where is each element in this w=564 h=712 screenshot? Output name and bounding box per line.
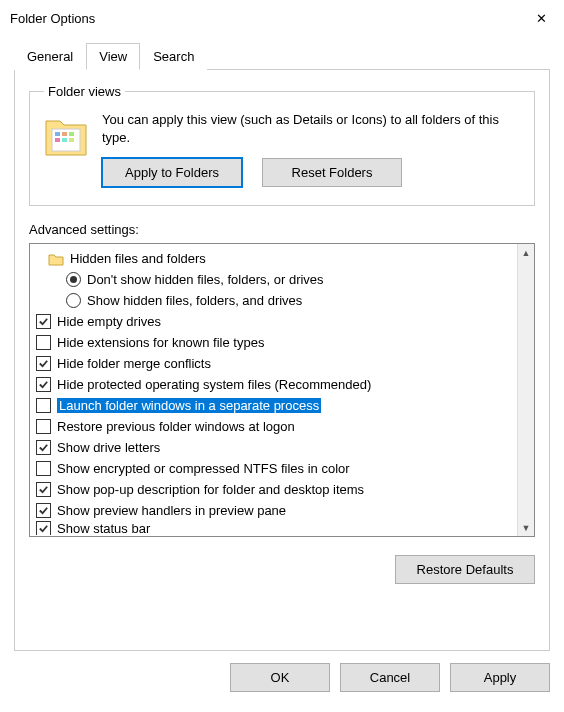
svg-rect-3 bbox=[69, 132, 74, 136]
tab-strip: General View Search bbox=[14, 43, 554, 70]
svg-rect-2 bbox=[62, 132, 67, 136]
checkbox-icon bbox=[36, 440, 51, 455]
apply-button[interactable]: Apply bbox=[450, 663, 550, 692]
folder-views-text: You can apply this view (such as Details… bbox=[102, 111, 520, 146]
advanced-settings-label: Advanced settings: bbox=[29, 222, 535, 237]
list-item[interactable]: Hide empty drives bbox=[30, 311, 517, 332]
folder-views-group: Folder views You can apply this view (su… bbox=[29, 84, 535, 206]
list-item[interactable]: Show drive letters bbox=[30, 437, 517, 458]
list-item[interactable]: Hide folder merge conflicts bbox=[30, 353, 517, 374]
checkbox-icon bbox=[36, 521, 51, 535]
list-item[interactable]: Don't show hidden files, folders, or dri… bbox=[30, 269, 517, 290]
tab-panel: Folder views You can apply this view (su… bbox=[14, 69, 550, 651]
list-item[interactable]: Show status bar bbox=[30, 521, 517, 535]
scroll-up-icon[interactable]: ▲ bbox=[518, 244, 535, 261]
list-item[interactable]: Hide extensions for known file types bbox=[30, 332, 517, 353]
checkbox-icon bbox=[36, 335, 51, 350]
svg-rect-4 bbox=[55, 138, 60, 142]
restore-defaults-button[interactable]: Restore Defaults bbox=[395, 555, 535, 584]
svg-rect-6 bbox=[69, 138, 74, 142]
radio-icon bbox=[66, 293, 81, 308]
list-item-label: Show drive letters bbox=[57, 440, 160, 455]
list-item[interactable]: Show hidden files, folders, and drives bbox=[30, 290, 517, 311]
dialog-buttons: OK Cancel Apply bbox=[0, 651, 564, 692]
close-icon: ✕ bbox=[536, 11, 547, 26]
tab-general[interactable]: General bbox=[14, 43, 86, 70]
folder-views-legend: Folder views bbox=[44, 84, 125, 99]
list-item-label: Hide protected operating system files (R… bbox=[57, 377, 371, 392]
advanced-settings-list: Hidden files and foldersDon't show hidde… bbox=[29, 243, 535, 537]
list-item[interactable]: Hide protected operating system files (R… bbox=[30, 374, 517, 395]
list-item[interactable]: Show preview handlers in preview pane bbox=[30, 500, 517, 521]
scroll-down-icon[interactable]: ▼ bbox=[518, 519, 535, 536]
checkbox-icon bbox=[36, 398, 51, 413]
ok-button[interactable]: OK bbox=[230, 663, 330, 692]
checkbox-icon bbox=[36, 419, 51, 434]
list-item[interactable]: Launch folder windows in a separate proc… bbox=[30, 395, 517, 416]
svg-rect-5 bbox=[62, 138, 67, 142]
cancel-button[interactable]: Cancel bbox=[340, 663, 440, 692]
checkbox-icon bbox=[36, 461, 51, 476]
list-item-label: Show hidden files, folders, and drives bbox=[87, 293, 302, 308]
list-item-label: Show preview handlers in preview pane bbox=[57, 503, 286, 518]
checkbox-icon bbox=[36, 482, 51, 497]
checkbox-icon bbox=[36, 356, 51, 371]
list-item-label: Hide extensions for known file types bbox=[57, 335, 264, 350]
window-title: Folder Options bbox=[10, 11, 95, 26]
list-item-label: Show status bar bbox=[57, 521, 150, 535]
list-item-label: Show encrypted or compressed NTFS files … bbox=[57, 461, 350, 476]
scrollbar[interactable]: ▲ ▼ bbox=[517, 244, 534, 536]
list-item-label: Hide folder merge conflicts bbox=[57, 356, 211, 371]
list-item[interactable]: Hidden files and folders bbox=[30, 248, 517, 269]
list-item[interactable]: Show encrypted or compressed NTFS files … bbox=[30, 458, 517, 479]
tab-search[interactable]: Search bbox=[140, 43, 207, 70]
tab-view[interactable]: View bbox=[86, 43, 140, 70]
checkbox-icon bbox=[36, 314, 51, 329]
list-item-label: Launch folder windows in a separate proc… bbox=[57, 398, 321, 413]
checkbox-icon bbox=[36, 377, 51, 392]
titlebar: Folder Options ✕ bbox=[0, 0, 564, 36]
folder-icon bbox=[44, 115, 88, 157]
list-item-label: Restore previous folder windows at logon bbox=[57, 419, 295, 434]
list-item[interactable]: Show pop-up description for folder and d… bbox=[30, 479, 517, 500]
list-item[interactable]: Restore previous folder windows at logon bbox=[30, 416, 517, 437]
radio-icon bbox=[66, 272, 81, 287]
svg-rect-1 bbox=[55, 132, 60, 136]
reset-folders-button[interactable]: Reset Folders bbox=[262, 158, 402, 187]
list-item-label: Hide empty drives bbox=[57, 314, 161, 329]
checkbox-icon bbox=[36, 503, 51, 518]
apply-to-folders-button[interactable]: Apply to Folders bbox=[102, 158, 242, 187]
list-item-label: Hidden files and folders bbox=[70, 251, 206, 266]
close-button[interactable]: ✕ bbox=[518, 0, 564, 36]
list-item-label: Show pop-up description for folder and d… bbox=[57, 482, 364, 497]
list-item-label: Don't show hidden files, folders, or dri… bbox=[87, 272, 324, 287]
